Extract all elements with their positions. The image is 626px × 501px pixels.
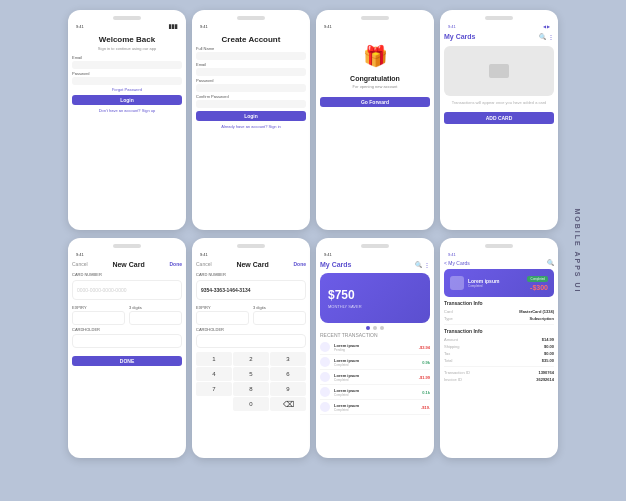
tx-item-1[interactable]: Lorem ipsum Pending -$3.94 bbox=[320, 340, 430, 355]
tx-sub-4: Completed bbox=[334, 393, 422, 397]
forgot-password-link[interactable]: Forgot Password bbox=[72, 87, 182, 92]
tx-amount-5: -$19. bbox=[421, 405, 430, 410]
my-cards-icons-7[interactable]: 🔍 ⋮ bbox=[415, 261, 430, 268]
recent-tx-label: RECENT TRANSACTION bbox=[320, 332, 430, 338]
phone-tx-detail-screen: 9:41 < My Cards 🔍 Lorem ipsum Completed … bbox=[444, 250, 554, 456]
welcome-title: Welcome Back bbox=[72, 35, 182, 44]
status-bar-2: 9:41 bbox=[196, 22, 306, 31]
phone-congrats-screen: 9:41 🎁 Congratulation For opening new ac… bbox=[320, 22, 430, 228]
done-button-5[interactable]: DONE bbox=[72, 356, 182, 366]
gift-icon: 🎁 bbox=[360, 41, 390, 71]
tx-icon-5 bbox=[320, 402, 330, 412]
tx-item-2[interactable]: Lorem ipsum Completed 0.9k bbox=[320, 355, 430, 370]
tx-sub-5: Completed bbox=[334, 408, 421, 412]
detail-row-type: Type Subscription bbox=[444, 315, 554, 322]
bottom-phones-row: 9:41 Cancel New Card Done CARD NUMBER 00… bbox=[10, 238, 616, 458]
detail-icons-8[interactable]: 🔍 bbox=[547, 259, 554, 266]
detail-val-total: $35.00 bbox=[542, 358, 554, 363]
done-btn-6[interactable]: Done bbox=[294, 261, 307, 268]
tx-icon-3 bbox=[320, 372, 330, 382]
cancel-btn-5[interactable]: Cancel bbox=[72, 261, 88, 268]
cvv-input-5[interactable] bbox=[129, 311, 182, 325]
expiry-label-6: EXPIRY bbox=[196, 305, 249, 310]
numpad-key-1[interactable]: 1 bbox=[196, 352, 232, 366]
numpad-6: 1 2 3 4 5 6 7 8 9 0 ⌫ bbox=[196, 352, 306, 411]
card-number-filled-6[interactable]: 9354-3363-1464-3134 bbox=[196, 280, 306, 300]
tx-amount-3: -$1.99 bbox=[419, 375, 430, 380]
detail-key-tax: Tax bbox=[444, 351, 450, 356]
numpad-key-6[interactable]: 6 bbox=[270, 367, 306, 381]
password-input-2[interactable] bbox=[196, 84, 306, 92]
go-forward-button[interactable]: Go Forward bbox=[320, 97, 430, 107]
fullname-label-2: Full Name bbox=[196, 46, 306, 51]
balance-amount-7: $750 bbox=[328, 288, 422, 302]
cardholder-input-5[interactable] bbox=[72, 334, 182, 348]
email-label-1: Email bbox=[72, 55, 182, 60]
new-card-title-5: New Card bbox=[112, 261, 144, 268]
numpad-key-2[interactable]: 2 bbox=[233, 352, 269, 366]
card-logo-icon bbox=[450, 276, 464, 290]
tx-item-3[interactable]: Lorem ipsum Completed -$1.99 bbox=[320, 370, 430, 385]
detail-val-invid: 36292614 bbox=[536, 377, 554, 382]
login-button-2[interactable]: Login bbox=[196, 111, 306, 121]
detail-amount-8: -$300 bbox=[527, 284, 548, 291]
cardholder-input-6[interactable] bbox=[196, 334, 306, 348]
login-button-1[interactable]: Login bbox=[72, 95, 182, 105]
congrats-title: Congratulation bbox=[320, 75, 430, 82]
password-input-1[interactable] bbox=[72, 77, 182, 85]
card-chip-icon bbox=[489, 64, 509, 78]
tx-item-5[interactable]: Lorem ipsum Completed -$19. bbox=[320, 400, 430, 415]
card-number-input-5[interactable]: 0000-0000-0000-0000 bbox=[72, 280, 182, 300]
detail-key-card: Card bbox=[444, 309, 453, 314]
numpad-key-4[interactable]: 4 bbox=[196, 367, 232, 381]
detail-val-type: Subscription bbox=[530, 316, 554, 321]
add-card-button[interactable]: ADD CARD bbox=[444, 112, 554, 124]
detail-key-type: Type bbox=[444, 316, 453, 321]
expiry-cvv-row-5: EXPIRY 3 digits bbox=[72, 303, 182, 325]
password-label-1: Password bbox=[72, 71, 182, 76]
my-cards-icons-empty[interactable]: 🔍 ⋮ bbox=[539, 33, 554, 40]
expiry-cvv-row-6: EXPIRY 3 digits bbox=[196, 303, 306, 325]
expiry-input-5[interactable] bbox=[72, 311, 125, 325]
email-input-2[interactable] bbox=[196, 68, 306, 76]
email-input-1[interactable] bbox=[72, 61, 182, 69]
main-container: 9:41 ▊▊▊ Welcome Back Sign in to continu… bbox=[0, 0, 626, 501]
phone-my-cards-empty: 9:41 ◀ ▶ My Cards 🔍 ⋮ Transactions will … bbox=[440, 10, 558, 230]
numpad-key-8[interactable]: 8 bbox=[233, 382, 269, 396]
phone-congrats: 9:41 🎁 Congratulation For opening new ac… bbox=[316, 10, 434, 230]
detail-row-total: Total $35.00 bbox=[444, 357, 554, 364]
detail-row-txid: Transaction ID 1390764 bbox=[444, 369, 554, 376]
fullname-input-2[interactable] bbox=[196, 52, 306, 60]
divider-8a bbox=[444, 324, 554, 325]
tx-icon-4 bbox=[320, 387, 330, 397]
detail-val-shipping: $0.00 bbox=[544, 344, 554, 349]
cvv-input-6[interactable] bbox=[253, 311, 306, 325]
numpad-key-7[interactable]: 7 bbox=[196, 382, 232, 396]
new-card-header-6: Cancel New Card Done bbox=[196, 259, 306, 270]
status-bar-6: 9:41 bbox=[196, 250, 306, 259]
tx-sub-2: Completed bbox=[334, 363, 422, 367]
tx-amount-2: 0.9k bbox=[422, 360, 430, 365]
detail-header-8: < My Cards 🔍 bbox=[444, 259, 554, 266]
expiry-input-6[interactable] bbox=[196, 311, 249, 325]
divider-8b bbox=[444, 366, 554, 367]
numpad-key-backspace[interactable]: ⌫ bbox=[270, 397, 306, 411]
confirm-input-2[interactable] bbox=[196, 100, 306, 108]
balance-label-7: MONTHLY SAVER bbox=[328, 304, 422, 309]
signin-link[interactable]: Sign in bbox=[269, 124, 281, 129]
numpad-key-5[interactable]: 5 bbox=[233, 367, 269, 381]
back-button-8[interactable]: < My Cards bbox=[444, 260, 470, 266]
cancel-btn-6[interactable]: Cancel bbox=[196, 261, 212, 268]
numpad-key-3[interactable]: 3 bbox=[270, 352, 306, 366]
detail-val-amount: $14.99 bbox=[542, 337, 554, 342]
phone-my-cards-empty-screen: 9:41 ◀ ▶ My Cards 🔍 ⋮ Transactions will … bbox=[444, 22, 554, 228]
phone-welcome-screen: 9:41 ▊▊▊ Welcome Back Sign in to continu… bbox=[72, 22, 182, 228]
tx-item-4[interactable]: Lorem ipsum Completed 0.1k bbox=[320, 385, 430, 400]
numpad-key-0[interactable]: 0 bbox=[233, 397, 269, 411]
tx-amount-4: 0.1k bbox=[422, 390, 430, 395]
detail-val-card: MasterCard (1334) bbox=[519, 309, 554, 314]
numpad-key-9[interactable]: 9 bbox=[270, 382, 306, 396]
done-btn-5[interactable]: Done bbox=[170, 261, 183, 268]
signup-link[interactable]: Sign up bbox=[142, 108, 156, 113]
card-number-label-6: CARD NUMBER bbox=[196, 272, 306, 277]
